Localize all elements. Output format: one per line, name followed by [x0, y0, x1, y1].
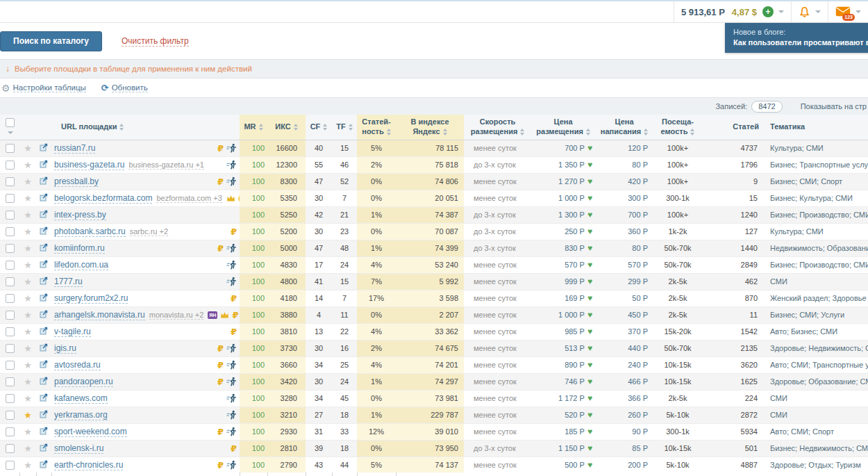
bell-icon[interactable]	[799, 6, 810, 18]
url-link[interactable]: business-gazeta.ru	[54, 160, 124, 170]
row-checkbox[interactable]	[6, 177, 15, 186]
select-all-checkbox[interactable]	[6, 118, 15, 127]
row-checkbox[interactable]	[6, 261, 15, 270]
refresh-link[interactable]: ⟳ Обновить	[101, 83, 148, 93]
chevron-down-icon[interactable]	[8, 131, 13, 134]
favorite-star[interactable]: ★	[24, 327, 32, 337]
url-link[interactable]: avtosreda.ru	[54, 360, 101, 370]
chevron-down-icon[interactable]	[815, 10, 821, 13]
sort-icon[interactable]	[259, 124, 263, 131]
row-checkbox[interactable]	[6, 211, 15, 220]
chevron-down-icon[interactable]	[856, 10, 861, 13]
favorite-star[interactable]: ★	[24, 193, 32, 204]
external-link-icon[interactable]	[40, 310, 48, 318]
external-link-icon[interactable]	[40, 210, 48, 218]
url-link[interactable]: v-tagile.ru	[54, 327, 91, 337]
row-checkbox[interactable]	[6, 327, 15, 336]
header-yandex-index[interactable]: В индексе Яндекс	[396, 115, 464, 140]
url-link[interactable]: pandoraopen.ru	[54, 377, 113, 387]
favorite-star[interactable]: ★	[24, 460, 32, 470]
header-mr[interactable]: MR	[240, 115, 267, 140]
header-tf[interactable]: TF	[332, 115, 357, 140]
external-link-icon[interactable]	[40, 443, 48, 452]
url-link[interactable]: russian7.ru	[54, 143, 95, 154]
mail-icon[interactable]: 123	[835, 6, 851, 18]
select-all-header[interactable]	[0, 115, 19, 140]
external-link-icon[interactable]	[40, 193, 48, 202]
external-link-icon[interactable]	[40, 177, 48, 185]
per-page-label[interactable]: Показывать на стр	[801, 102, 867, 110]
external-link-icon[interactable]	[40, 377, 48, 385]
external-link-icon[interactable]	[40, 160, 48, 168]
row-checkbox[interactable]	[6, 411, 15, 420]
sort-icon[interactable]	[323, 124, 327, 131]
external-link-icon[interactable]	[40, 143, 48, 151]
sort-icon[interactable]	[443, 129, 447, 136]
row-checkbox[interactable]	[6, 377, 15, 386]
url-mirrors[interactable]: monavista.ru +2	[149, 311, 204, 320]
row-checkbox[interactable]	[6, 361, 15, 370]
external-link-icon[interactable]	[40, 327, 48, 335]
url-mirrors[interactable]: business-gazeta.ru +1	[128, 161, 204, 170]
url-link[interactable]: surgery.forum2x2.ru	[54, 293, 128, 304]
external-link-icon[interactable]	[40, 293, 48, 302]
header-articleness[interactable]: Статей-ность	[357, 115, 396, 140]
sort-icon[interactable]	[586, 129, 590, 136]
row-checkbox[interactable]	[6, 194, 15, 203]
sort-icon[interactable]	[644, 129, 648, 136]
url-link[interactable]: yerkramas.org	[54, 410, 108, 420]
favorite-star[interactable]: ★	[24, 360, 32, 370]
row-checkbox[interactable]	[6, 344, 15, 353]
header-write-price[interactable]: Цена написания	[595, 115, 653, 140]
favorite-star[interactable]: ★	[24, 393, 32, 404]
url-link[interactable]: intex-press.by	[54, 210, 106, 220]
sort-icon[interactable]	[520, 129, 524, 136]
favorite-star[interactable]: ★	[24, 427, 32, 437]
row-checkbox[interactable]	[6, 227, 15, 236]
url-mirrors[interactable]: bezformata.com +3	[156, 194, 222, 203]
favorite-star[interactable]: ★	[24, 410, 32, 420]
header-iks[interactable]: ИКС	[267, 115, 306, 140]
clear-filter-link[interactable]: Очистить фильтр	[122, 36, 189, 47]
sort-icon[interactable]	[349, 124, 353, 131]
sort-icon[interactable]	[119, 124, 124, 131]
favorite-star[interactable]: ★	[24, 293, 32, 304]
add-funds-icon[interactable]: +	[762, 6, 774, 17]
header-traffic[interactable]: Посеща-емость	[653, 115, 702, 140]
url-link[interactable]: belogorsk.bezformata.com	[54, 193, 152, 204]
row-checkbox[interactable]	[6, 427, 15, 436]
external-link-icon[interactable]	[40, 243, 48, 252]
row-checkbox[interactable]	[6, 161, 15, 170]
favorite-star[interactable]: ★	[24, 443, 32, 454]
favorite-star[interactable]: ★	[24, 143, 32, 154]
row-checkbox[interactable]	[6, 394, 15, 403]
favorite-star[interactable]: ★	[24, 260, 32, 270]
url-link[interactable]: photobank.sarbc.ru	[54, 227, 126, 237]
sort-icon[interactable]	[690, 129, 694, 136]
external-link-icon[interactable]	[40, 277, 48, 285]
favorite-star[interactable]: ★	[24, 377, 32, 387]
blog-tooltip[interactable]: Новое в блоге: Как пользователи просматр…	[725, 23, 868, 53]
row-checkbox[interactable]	[6, 277, 15, 286]
favorite-star[interactable]: ★	[24, 210, 32, 220]
sort-icon[interactable]	[294, 124, 298, 131]
chevron-down-icon[interactable]	[778, 10, 784, 13]
row-checkbox[interactable]	[6, 311, 15, 320]
header-cf[interactable]: CF	[306, 115, 332, 140]
search-catalog-button[interactable]: Поиск по каталогу	[0, 31, 102, 51]
favorite-star[interactable]: ★	[24, 227, 32, 237]
favorite-star[interactable]: ★	[24, 343, 32, 354]
header-place-price[interactable]: Цена размещения	[531, 115, 595, 140]
external-link-icon[interactable]	[40, 360, 48, 368]
external-link-icon[interactable]	[40, 393, 48, 402]
url-link[interactable]: arhangelsk.monavista.ru	[54, 310, 145, 320]
row-checkbox[interactable]	[6, 461, 15, 470]
header-speed[interactable]: Скорость размещения	[464, 115, 531, 140]
external-link-icon[interactable]	[40, 227, 48, 235]
url-link[interactable]: kafanews.com	[54, 393, 108, 404]
external-link-icon[interactable]	[40, 427, 48, 435]
url-mirrors[interactable]: sarbc.ru +2	[130, 227, 168, 236]
favorite-star[interactable]: ★	[24, 310, 32, 320]
url-link[interactable]: komiinform.ru	[54, 243, 105, 254]
row-checkbox[interactable]	[6, 294, 15, 303]
